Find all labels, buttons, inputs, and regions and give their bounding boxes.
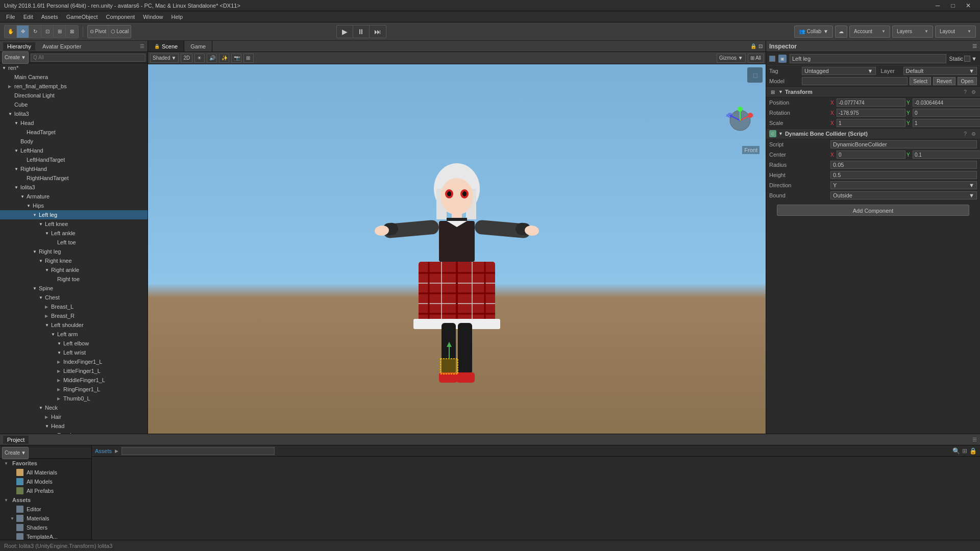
hierarchy-item-left-ankle[interactable]: ▼Left ankle — [0, 229, 148, 238]
project-sidebar-item[interactable]: All Models — [0, 477, 91, 486]
script-value[interactable]: DynamicBoneCollider — [830, 140, 977, 148]
view-mode-dropdown[interactable]: 2D — [181, 54, 192, 63]
tab-game[interactable]: Game — [184, 41, 212, 52]
hierarchy-item-ringfinger1_l[interactable]: ▶RingFinger1_L — [0, 385, 148, 394]
tool-rotate[interactable]: ↻ — [29, 26, 41, 38]
hierarchy-item-righthand[interactable]: ▼RightHand — [0, 164, 148, 173]
close-button[interactable]: ✕ — [961, 0, 976, 11]
height-value[interactable]: 0.5 — [830, 171, 977, 179]
object-enabled-checkbox[interactable] — [769, 56, 775, 62]
project-create-button[interactable]: Create ▼ — [2, 447, 29, 459]
hierarchy-item-neck[interactable]: ▼Neck — [0, 403, 148, 412]
hierarchy-item-armature[interactable]: ▼Armature — [0, 192, 148, 201]
hierarchy-item-lolita3[interactable]: ▼lolita3 — [0, 183, 148, 192]
pause-button[interactable]: ⏸ — [353, 26, 370, 38]
create-button[interactable]: Create ▼ — [2, 52, 29, 64]
transform-settings-icon[interactable]: ⚙ — [970, 88, 977, 95]
gizmos-btn[interactable]: Gizmos ▼ — [717, 54, 746, 63]
hierarchy-item-right-knee[interactable]: ▼Right knee — [0, 256, 148, 265]
cloud-button[interactable]: ☁ — [835, 26, 847, 38]
hierarchy-item-left-wrist[interactable]: ▼Left wrist — [0, 348, 148, 357]
tool-transform[interactable]: ⊠ — [66, 26, 78, 38]
menu-help[interactable]: Help — [167, 13, 187, 21]
hierarchy-item-lefthand[interactable]: ▼LeftHand — [0, 146, 148, 155]
project-view-icon[interactable]: ⊞ — [962, 447, 967, 455]
maximize-button[interactable]: □ — [945, 0, 961, 11]
tool-move[interactable]: ✥ — [17, 26, 29, 38]
collab-button[interactable]: 👥 Collab ▼ — [794, 26, 833, 38]
dynamic-bone-component-header[interactable]: C ▼ Dynamic Bone Collider (Script) ? ⚙ — [766, 128, 980, 139]
project-search-input[interactable] — [121, 447, 275, 455]
project-sidebar-item[interactable]: ▼Materials — [0, 514, 91, 523]
dynamic-bone-settings-icon[interactable]: ⚙ — [970, 130, 977, 137]
fx-btn[interactable]: ✨ — [219, 54, 229, 63]
minimize-button[interactable]: ─ — [930, 0, 945, 11]
tool-scale[interactable]: ⊡ — [41, 26, 54, 38]
hierarchy-item-right-ankle[interactable]: ▼Right ankle — [0, 265, 148, 274]
static-arrow[interactable]: ▼ — [971, 56, 977, 62]
lock-icon[interactable]: 🔒 — [750, 43, 756, 49]
hierarchy-item-right-leg[interactable]: ▼Right leg — [0, 247, 148, 256]
assets-breadcrumb[interactable]: Assets — [95, 448, 112, 454]
hierarchy-menu-icon[interactable]: ☰ — [140, 43, 144, 49]
pivot-button[interactable]: ⊙ Pivot — [88, 26, 109, 38]
hierarchy-item-headtarget[interactable]: HeadTarget — [0, 128, 148, 137]
hierarchy-item-head[interactable]: ▼Head — [0, 421, 148, 431]
revert-button[interactable]: Revert — [933, 77, 955, 85]
project-menu-icon[interactable]: ☰ — [972, 437, 977, 442]
scale-y-input[interactable] — [913, 119, 980, 127]
hierarchy-search[interactable] — [31, 54, 145, 62]
object-name-input[interactable] — [790, 54, 946, 63]
hierarchy-item-ren_final_attempt_bs[interactable]: ▶ren_final_attempt_bs — [0, 82, 148, 91]
menu-file[interactable]: File — [2, 13, 19, 21]
select-button[interactable]: Select — [910, 77, 931, 85]
hierarchy-item-left-shoulder[interactable]: ▼Left shoulder — [0, 320, 148, 330]
center-x-input[interactable] — [837, 151, 905, 159]
project-sidebar-item[interactable]: ▼Assets — [0, 495, 91, 505]
hierarchy-item-righthandtarget[interactable]: RightHandTarget — [0, 173, 148, 183]
hierarchy-item-chest[interactable]: ▼Chest — [0, 293, 148, 302]
hierarchy-item-hair[interactable]: ▶Hair — [0, 412, 148, 421]
hierarchy-item-cube[interactable]: Cube — [0, 100, 148, 109]
camera-btn[interactable]: 📷 — [231, 54, 241, 63]
tool-rect[interactable]: ⊞ — [54, 26, 66, 38]
transform-component-header[interactable]: ⊞ ▼ Transform ? ⚙ — [766, 86, 980, 97]
layers-dropdown[interactable]: Layers ▼ — [892, 26, 933, 38]
hierarchy-item-middlefinger1_l[interactable]: ▶MiddleFinger1_L — [0, 375, 148, 385]
hierarchy-item-hips[interactable]: ▼Hips — [0, 201, 148, 210]
step-button[interactable]: ⏭ — [370, 26, 386, 38]
hierarchy-item-littlefinger1_l[interactable]: ▶LittleFinger1_L — [0, 366, 148, 375]
hierarchy-item-right-toe[interactable]: Right toe — [0, 274, 148, 284]
audio-btn[interactable]: 🔊 — [207, 54, 217, 63]
menu-edit[interactable]: Edit — [19, 13, 37, 21]
menu-component[interactable]: Component — [102, 13, 139, 21]
project-search-icon[interactable]: 🔍 — [952, 447, 960, 455]
hierarchy-item-body[interactable]: Body — [0, 137, 148, 146]
grid-btn[interactable]: ⊞ — [243, 54, 254, 63]
hierarchy-item-lefthandtarget[interactable]: LeftHandTarget — [0, 155, 148, 164]
inspector-menu-icon[interactable]: ☰ — [972, 43, 977, 49]
maximize-scene-icon[interactable]: ⊡ — [758, 43, 763, 49]
menu-assets[interactable]: Assets — [37, 13, 62, 21]
bound-dropdown[interactable]: Outside ▼ — [830, 191, 977, 199]
add-component-button[interactable]: Add Component — [777, 205, 969, 216]
hierarchy-item-left-elbow[interactable]: ▼Left elbow — [0, 339, 148, 348]
hierarchy-item-breast_r[interactable]: ▶Breast_R — [0, 311, 148, 320]
project-sidebar-item[interactable]: Shaders — [0, 523, 91, 532]
pos-x-input[interactable] — [837, 98, 905, 107]
direction-dropdown[interactable]: Y ▼ — [830, 181, 977, 189]
radius-value[interactable]: 0.05 — [830, 161, 977, 169]
tool-hand[interactable]: ✋ — [5, 26, 17, 38]
hierarchy-item-breast_l[interactable]: ▶Breast_L — [0, 302, 148, 311]
hierarchy-item-left-knee[interactable]: ▼Left knee — [0, 219, 148, 229]
tab-hierarchy[interactable]: Hierarchy — [3, 42, 35, 51]
menu-window[interactable]: Window — [139, 13, 167, 21]
open-button[interactable]: Open — [958, 77, 977, 85]
layer-dropdown[interactable]: Default ▼ — [903, 67, 977, 75]
hierarchy-item-directional-light[interactable]: Directional Light — [0, 91, 148, 100]
project-sidebar-item[interactable]: ▼Favorites — [0, 459, 91, 468]
hierarchy-item-lolita3[interactable]: ▼lolita3 — [0, 109, 148, 118]
rot-x-input[interactable] — [837, 109, 905, 117]
hierarchy-item-left-leg[interactable]: ▼Left leg — [0, 210, 148, 219]
hierarchy-item-indexfinger1_l[interactable]: ▶IndexFinger1_L — [0, 357, 148, 366]
